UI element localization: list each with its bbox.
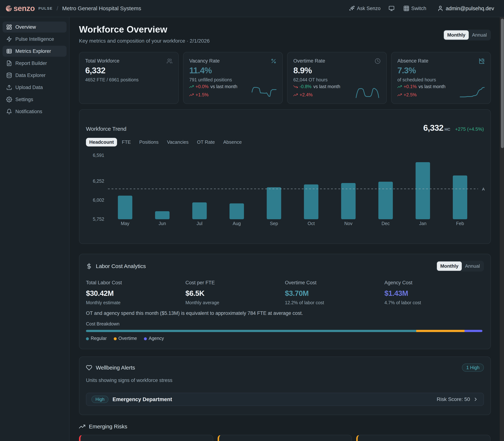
svg-text:Jun: Jun [158, 221, 166, 226]
svg-text:Oct: Oct [308, 221, 315, 226]
svg-text:Nov: Nov [344, 221, 353, 226]
svg-text:6,252: 6,252 [93, 178, 104, 184]
svg-text:Jul: Jul [197, 221, 203, 226]
svg-text:Aug: Aug [233, 221, 241, 226]
svg-text:6,591: 6,591 [93, 153, 104, 158]
svg-text:6,002: 6,002 [93, 197, 104, 203]
svg-text:Dec: Dec [381, 221, 390, 226]
svg-text:Avg: Avg [482, 187, 485, 191]
svg-text:Sep: Sep [270, 221, 278, 226]
svg-text:5,752: 5,752 [93, 217, 104, 221]
svg-text:Jan: Jan [419, 221, 426, 226]
svg-text:Feb: Feb [456, 221, 464, 226]
svg-text:May: May [121, 221, 129, 226]
